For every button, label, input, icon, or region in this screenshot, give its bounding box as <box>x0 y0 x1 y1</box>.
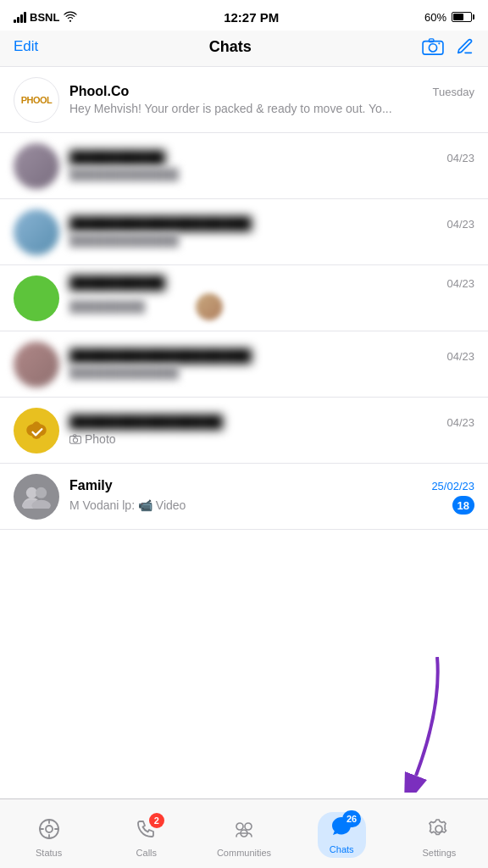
svg-point-18 <box>236 823 243 830</box>
communities-tab-label: Communities <box>217 848 271 858</box>
chat-name: ██████████ <box>69 150 165 165</box>
chat-time: 04/23 <box>446 416 474 429</box>
unread-badge: 18 <box>452 496 474 515</box>
svg-point-5 <box>73 438 77 442</box>
avatar <box>14 474 59 520</box>
chat-name: Phool.Co <box>69 84 129 99</box>
status-time: 12:27 PM <box>224 10 279 25</box>
chat-name: ██████████ <box>69 275 165 291</box>
communities-icon <box>233 818 255 845</box>
calls-icon: 2 <box>136 818 158 845</box>
svg-point-7 <box>26 487 37 498</box>
page-title: Chats <box>209 38 252 56</box>
avatar <box>14 275 59 321</box>
edit-button[interactable]: Edit <box>14 38 38 55</box>
status-tab-label: Status <box>36 848 62 858</box>
chat-content: Family 25/02/23 M Vodani lp: 📹 Video 18 <box>69 478 474 515</box>
chat-content: ██████████ 04/23 █████████████ <box>69 150 474 181</box>
tab-settings[interactable]: Settings <box>391 799 488 868</box>
status-right: 60% <box>424 11 474 24</box>
chat-name: ███████████████████ <box>69 348 252 364</box>
avatar <box>14 408 59 453</box>
chat-name: ███████████████████ <box>69 216 252 231</box>
chat-top: ███████████████████ 04/23 <box>69 348 474 364</box>
signal-icon <box>14 11 26 23</box>
chat-preview: Photo <box>69 432 474 446</box>
chat-preview: █████████ <box>69 300 145 314</box>
svg-point-1 <box>429 44 436 52</box>
header-right <box>422 37 474 56</box>
compose-icon <box>456 37 474 56</box>
chats-tab-label: Chats <box>330 844 354 854</box>
svg-point-13 <box>46 826 53 832</box>
wifi-icon <box>63 11 78 23</box>
chat-preview: Hey Mehvish! Your order is packed & read… <box>69 102 474 115</box>
chat-time: 04/23 <box>446 350 474 363</box>
chat-preview: M Vodani lp: 📹 Video <box>69 498 186 512</box>
chats-icon: 26 <box>330 815 352 843</box>
camera-icon <box>422 37 444 56</box>
tab-calls[interactable]: 2 Calls <box>97 799 195 868</box>
chat-content: Phool.Co Tuesday Hey Mehvish! Your order… <box>69 84 474 115</box>
group-icon <box>22 485 51 509</box>
calls-tab-label: Calls <box>136 848 157 858</box>
status-bar: BSNL 12:27 PM 60% <box>0 0 488 31</box>
tab-communities[interactable]: Communities <box>195 799 292 868</box>
chat-content: ███████████████████ 04/23 █████████████ <box>69 216 474 248</box>
chat-top: Family 25/02/23 <box>69 478 474 493</box>
chat-content: ████████████████ 04/23 Photo <box>69 415 474 446</box>
camera-button[interactable] <box>422 37 444 56</box>
chat-top: Phool.Co Tuesday <box>69 84 474 99</box>
status-icon <box>38 818 60 845</box>
photo-label: Photo <box>85 432 116 446</box>
list-item[interactable]: ███████████████████ 04/23 █████████████ <box>0 199 488 265</box>
tab-bar: Status 2 Calls Communities <box>0 798 488 868</box>
list-item[interactable]: ████████████████ 04/23 Photo <box>0 398 488 464</box>
status-left: BSNL <box>14 11 78 24</box>
chat-top: ██████████ 04/23 <box>69 275 474 291</box>
settings-icon <box>428 818 450 845</box>
compose-button[interactable] <box>456 37 474 56</box>
list-item[interactable]: Family 25/02/23 M Vodani lp: 📹 Video 18 <box>0 464 488 530</box>
chat-top: ███████████████████ 04/23 <box>69 216 474 231</box>
tab-status[interactable]: Status <box>0 799 97 868</box>
chat-time: 04/23 <box>446 218 474 231</box>
header-left: Edit <box>14 38 38 55</box>
svg-point-3 <box>438 42 440 44</box>
camera-preview-icon <box>69 434 81 444</box>
list-item[interactable]: ██████████ 04/23 █████████████ <box>0 133 488 199</box>
chat-time: 25/02/23 <box>431 480 474 492</box>
avatar <box>14 209 59 255</box>
chat-name: ████████████████ <box>69 415 223 430</box>
battery-percent: 60% <box>424 11 446 24</box>
avatar <box>14 143 59 189</box>
avatar <box>14 342 59 387</box>
chat-preview: █████████████ <box>69 168 474 181</box>
chat-name: Family <box>69 478 113 493</box>
chat-time: 04/23 <box>446 277 474 290</box>
arrow-annotation <box>369 657 454 796</box>
chats-badge: 26 <box>342 810 361 827</box>
chat-preview: █████████████ <box>69 234 474 248</box>
list-item[interactable]: ███████████████████ 04/23 █████████████ <box>0 331 488 398</box>
header: Edit Chats <box>0 31 488 67</box>
carrier-label: BSNL <box>30 11 59 24</box>
chat-time: 04/23 <box>446 152 474 164</box>
chat-content: ███████████████████ 04/23 █████████████ <box>69 348 474 380</box>
battery-icon <box>452 12 474 22</box>
svg-point-19 <box>245 823 252 830</box>
settings-tab-label: Settings <box>423 848 457 858</box>
list-item[interactable]: PHOOL Phool.Co Tuesday Hey Mehvish! Your… <box>0 67 488 133</box>
list-item[interactable]: ██████████ 04/23 █████████ <box>0 265 488 331</box>
tab-chats[interactable]: 26 Chats <box>293 799 391 868</box>
calls-badge: 2 <box>149 813 164 828</box>
chat-content: ██████████ 04/23 █████████ <box>69 275 474 320</box>
chat-top: ████████████████ 04/23 <box>69 415 474 430</box>
chat-preview: █████████████ <box>69 366 474 380</box>
chat-top: ██████████ 04/23 <box>69 150 474 165</box>
chat-time: Tuesday <box>433 86 474 98</box>
svg-point-8 <box>36 487 47 498</box>
chat-list: PHOOL Phool.Co Tuesday Hey Mehvish! Your… <box>0 67 488 599</box>
svg-rect-2 <box>429 39 434 42</box>
avatar: PHOOL <box>14 77 59 123</box>
